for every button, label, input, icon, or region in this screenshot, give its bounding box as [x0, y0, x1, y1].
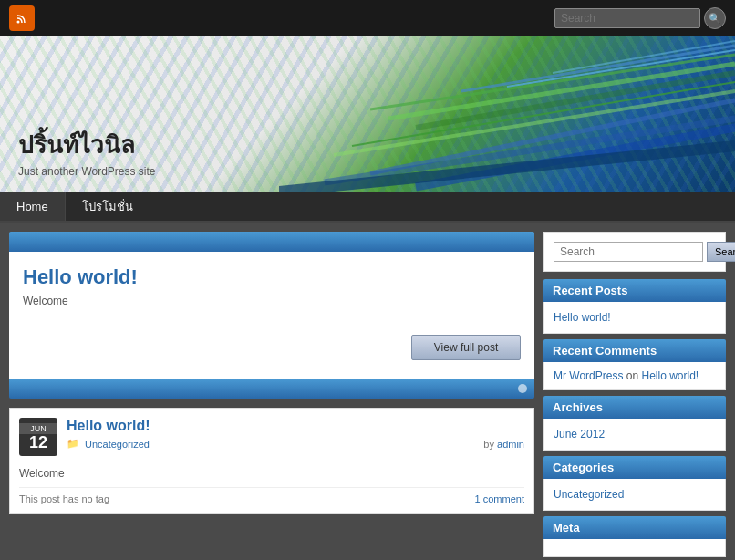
- post-date-box: JUN 12: [19, 418, 57, 456]
- view-full-post-button[interactable]: View full post: [411, 335, 521, 360]
- top-search-bar: 🔍: [554, 7, 726, 29]
- post-by: by admin: [483, 439, 524, 450]
- post-card: Hello world! Welcome View full post: [9, 252, 534, 379]
- archive-link[interactable]: June 2012: [554, 428, 716, 441]
- content-header-bar: [9, 232, 534, 252]
- header-decoration: [279, 36, 735, 192]
- archives-header: Archives: [543, 396, 726, 419]
- sidebar-search-input[interactable]: [554, 242, 703, 262]
- nav-item-home[interactable]: Home: [0, 192, 66, 221]
- recent-post-link[interactable]: Hello world!: [554, 311, 716, 324]
- comment-link[interactable]: 1 comment: [475, 493, 524, 504]
- recent-posts-body: Hello world!: [543, 302, 726, 334]
- content-area: Hello world! Welcome View full post JUN …: [9, 232, 534, 557]
- site-title: ปริ้นท์ไวนิล: [18, 126, 156, 163]
- categories-body: Uncategorized: [543, 479, 726, 511]
- meta-body: [543, 539, 726, 557]
- sidebar-search-box: Search: [543, 232, 726, 272]
- top-search-button[interactable]: 🔍: [704, 7, 726, 29]
- sidebar: Search Recent Posts Hello world! Recent …: [543, 232, 726, 557]
- post-meta: 📁 Uncategorized by admin: [67, 438, 524, 450]
- post-title[interactable]: Hello world!: [23, 265, 521, 289]
- meta-header: Meta: [543, 516, 726, 539]
- nav-item-promotion[interactable]: โปรโมชั่น: [66, 192, 150, 221]
- categories-header: Categories: [543, 456, 726, 479]
- svg-line-5: [334, 91, 735, 155]
- recent-posts-header: Recent Posts: [543, 279, 726, 302]
- site-subtitle: Just another WordPress site: [18, 165, 156, 178]
- navigation: Home โปรโมชั่น: [0, 192, 735, 223]
- header-banner: ปริ้นท์ไวนิล Just another WordPress site: [0, 36, 735, 192]
- sidebar-search-button[interactable]: Search: [707, 242, 735, 262]
- rss-icon[interactable]: [9, 5, 35, 31]
- post-no-tag: This post has no tag: [19, 493, 109, 504]
- post-subtitle: Welcome: [23, 295, 521, 307]
- top-search-input[interactable]: [554, 8, 700, 28]
- folder-icon: 📁: [67, 438, 79, 450]
- category-link[interactable]: Uncategorized: [554, 488, 716, 501]
- top-bar: 🔍: [0, 0, 735, 36]
- post-author[interactable]: admin: [497, 439, 524, 450]
- dot-indicator: [518, 384, 527, 393]
- post-date-day: 12: [29, 434, 47, 451]
- post-excerpt: Welcome: [19, 461, 524, 480]
- content-footer-bar: [9, 379, 534, 399]
- svg-point-1: [17, 21, 20, 24]
- main-container: Hello world! Welcome View full post JUN …: [0, 223, 735, 560]
- post-footer: This post has no tag 1 comment: [19, 487, 524, 504]
- recent-comments-body: Mr WordPress on Hello world!: [543, 362, 726, 390]
- commenter-link[interactable]: Mr WordPress: [554, 369, 623, 382]
- comment-post-link[interactable]: Hello world!: [641, 369, 699, 382]
- post-category[interactable]: Uncategorized: [85, 439, 150, 450]
- post-list-title[interactable]: Hello world!: [67, 418, 524, 434]
- site-title-block: ปริ้นท์ไวนิล Just another WordPress site: [18, 126, 156, 178]
- archives-body: June 2012: [543, 419, 726, 451]
- recent-comment: Mr WordPress on Hello world!: [554, 369, 699, 382]
- post-list-item: JUN 12 Hello world! 📁 Uncategorized by a…: [9, 408, 534, 514]
- recent-comments-header: Recent Comments: [543, 339, 726, 362]
